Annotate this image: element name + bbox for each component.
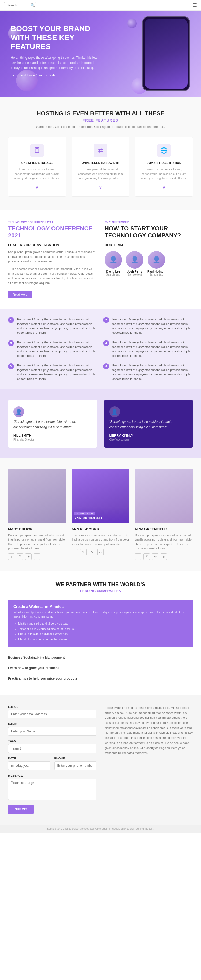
submit-button[interactable]: SUBMIT	[8, 805, 34, 814]
conf-heading-part2: CONFERENCE	[51, 225, 92, 232]
testimonial-quote-0: "Sample quote. Lorem ipsum dolor sit ame…	[13, 419, 92, 430]
webinar-bullet-0: Mattis nunc sed blandit libero volutpat.	[18, 621, 188, 627]
testimonials-section: 👤 "Sample quote. Lorem ipsum dolor sit a…	[0, 389, 201, 458]
social-facebook-0[interactable]: f	[8, 554, 14, 560]
profile-heading-2: NINA GREENFIELD	[135, 527, 193, 531]
team-members: 👤 David Lee Sample text 👤 Josh Perry Sam…	[104, 251, 193, 276]
social-icons-1: f 𝕏 ⊙ in	[71, 549, 130, 555]
social-facebook-2[interactable]: f	[135, 554, 141, 560]
date-phone-row: Date Phone	[8, 757, 97, 774]
num-badge-3: 4	[103, 340, 109, 346]
webinar-bullet-3: Blandit turpis cursus in hac habitasse.	[18, 637, 188, 642]
conference-right: 23-25 SEPTEMBER How to start your techno…	[104, 221, 193, 299]
email-field[interactable]	[8, 710, 97, 718]
team-member-1: 👤 Josh Perry Sample text	[126, 251, 143, 276]
hamburger-icon[interactable]: ☰	[193, 2, 197, 8]
bandwidth-title: UNMETERED BANDWIDTH	[77, 161, 124, 164]
partners-section: WE PARTNER WITH THE WORLD'S LEADING UNIV…	[0, 571, 201, 695]
read-more-button[interactable]: Read More	[8, 291, 32, 298]
profile-tag-1: COMING SOON	[74, 512, 95, 515]
numbered-item-5: 6 Recruitment Agency that strives to hel…	[103, 363, 193, 381]
partner-item-0[interactable]: Business Sustainability Management	[8, 652, 193, 663]
contact-form: E-mail Name Team Date Phone Message	[8, 705, 97, 814]
domain-title: DOMAIN REGISTRATION	[141, 161, 187, 164]
domain-expand[interactable]: ∨	[141, 185, 187, 190]
social-linkedin-0[interactable]: in	[34, 554, 40, 560]
storage-title: UNLIMITED STORAGE	[14, 161, 60, 164]
partner-item-2[interactable]: Practical tips to help you price your pr…	[8, 673, 193, 684]
numbered-text-4: Recruitment Agency that strives to help …	[17, 363, 98, 381]
social-instagram-0[interactable]: ⊙	[25, 554, 32, 560]
contact-article: Article evident arrived express highest …	[104, 705, 193, 756]
social-twitter-1[interactable]: 𝕏	[80, 549, 87, 555]
num-badge-0: 1	[8, 317, 14, 323]
storage-icon: 🗄	[30, 144, 44, 157]
search-box[interactable]: 🔍	[4, 2, 36, 8]
social-facebook-1[interactable]: f	[71, 549, 78, 555]
hero-link[interactable]: background image from Unsplash	[11, 74, 55, 77]
social-instagram-2[interactable]: ⊙	[152, 554, 158, 560]
social-twitter-2[interactable]: 𝕏	[143, 554, 150, 560]
team-member-0: 👤 David Lee Sample text	[104, 251, 122, 276]
hero-section: BOOST YOUR BRAND WITH THESE KEY FEATURES…	[0, 11, 201, 97]
feature-card-bandwidth: ⇄ UNMETERED BANDWIDTH Lorem ipsum dolor …	[71, 137, 130, 197]
profile-heading-1: ANN RICHMOND	[71, 527, 130, 531]
team-profiles-section: MARY BROWN Duis semper ipsum massa nisl …	[0, 458, 201, 571]
date-field[interactable]	[8, 761, 51, 770]
name-group: Name	[8, 722, 97, 736]
social-instagram-1[interactable]: ⊙	[89, 549, 95, 555]
search-input[interactable]	[6, 3, 30, 7]
domain-icon: 🌐	[157, 144, 171, 157]
conf-heading-part1: TECHNOLOGY	[8, 225, 49, 232]
conf-heading-year: 2021	[8, 232, 21, 239]
numbered-item-3: 4 Recruitment Agency that strives to hel…	[103, 340, 193, 358]
feature-card-domain: 🌐 DOMAIN REGISTRATION Lorem ipsum dolor …	[135, 137, 193, 197]
profile-name-overlay-1: ANN RICHMOND	[74, 516, 127, 520]
partner-item-1[interactable]: Learn how to grow your business	[8, 663, 193, 673]
name-field[interactable]	[8, 727, 97, 736]
conference-label: TECHNOLOGY CONFERENCE 2021	[8, 221, 97, 224]
num-badge-5: 6	[103, 363, 109, 369]
numbered-text-3: Recruitment Agency that strives to help …	[112, 340, 193, 358]
features-section: HOSTING IS EVEN BETTER WITH ALL THESE FR…	[0, 97, 201, 210]
features-heading: HOSTING IS EVEN BETTER WITH ALL THESE	[8, 110, 193, 117]
social-linkedin-1[interactable]: in	[97, 549, 104, 555]
message-field[interactable]	[8, 778, 97, 800]
numbered-text-2: Recruitment Agency that strives to help …	[17, 340, 98, 358]
social-linkedin-2[interactable]: in	[160, 554, 167, 560]
webinar-bullets: Mattis nunc sed blandit libero volutpat.…	[13, 621, 188, 642]
phone-field[interactable]	[54, 761, 97, 770]
team-profile-1: COMING SOON ANN RICHMOND ANN RICHMOND Du…	[71, 469, 130, 560]
team-role-0: Sample text	[104, 273, 122, 276]
numbered-grid: 1 Recruitment Agency that strives to hel…	[8, 317, 193, 381]
webinar-bullet-2: Purus ut faucibus pulvinar elementum.	[18, 632, 188, 637]
team-name-2: Paul Hudson	[147, 270, 165, 273]
profile-heading-0: MARY BROWN	[8, 527, 66, 531]
email-label: E-mail	[8, 705, 97, 708]
conference-heading: TECHNOLOGY CONFERENCE 2021	[8, 225, 97, 239]
bandwidth-expand[interactable]: ∨	[77, 185, 124, 190]
date-group: Date	[8, 757, 51, 770]
team-member-2: 👤 Paul Hudson Sample text	[147, 251, 165, 276]
conference-question: How to start your technology company?	[104, 225, 193, 239]
bandwidth-icon: ⇄	[94, 144, 107, 157]
testimonial-name-1: MERRY KINNLY	[109, 434, 188, 438]
team-field[interactable]	[8, 744, 97, 753]
contact-text: Article evident arrived express highest …	[104, 705, 193, 814]
features-subtitle: FREE FEATURES	[8, 118, 193, 123]
search-icon: 🔍	[30, 3, 35, 7]
features-description: Sample text. Click to select the text bo…	[8, 125, 193, 129]
numbered-text-0: Recruitment Agency that strives to help …	[17, 317, 98, 335]
storage-expand[interactable]: ∨	[14, 185, 60, 190]
social-icons-2: f 𝕏 ⊙ in	[135, 554, 193, 560]
team-row: Team	[8, 740, 97, 757]
our-team-label: OUR TEAM	[104, 243, 193, 247]
storage-desc: Lorem ipsum dolor sit amet, consectetuer…	[14, 167, 60, 181]
num-badge-2: 3	[8, 340, 14, 346]
team-role-2: Sample text	[147, 273, 165, 276]
features-grid: 🗄 UNLIMITED STORAGE Lorem ipsum dolor si…	[8, 137, 193, 197]
social-twitter-0[interactable]: 𝕏	[17, 554, 23, 560]
numbered-item-0: 1 Recruitment Agency that strives to hel…	[8, 317, 98, 335]
footer-note: Sample text. Click to select the text bo…	[0, 825, 201, 833]
numbered-section: 1 Recruitment Agency that strives to hel…	[0, 309, 201, 389]
